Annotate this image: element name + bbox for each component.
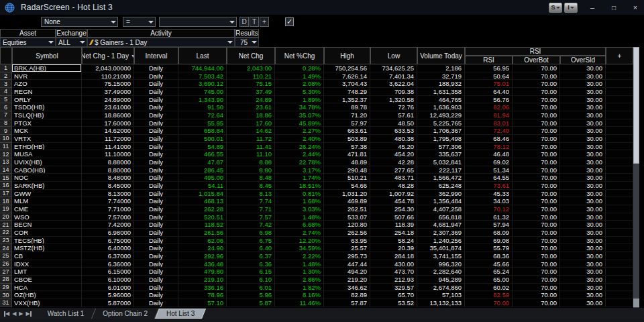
cell-rsi[interactable]: 56.95 <box>465 64 513 72</box>
cell-interval[interactable]: Daily <box>134 229 178 237</box>
cell-net-chg[interactable]: 6.15 <box>227 268 275 276</box>
cell-low[interactable]: 430.00 <box>370 260 417 268</box>
cell-symbol[interactable]: MSTZ(HB) <box>12 244 82 252</box>
cell-interval[interactable]: Daily <box>134 237 178 245</box>
cell-symbol[interactable]: TSLQ(HB) <box>12 111 82 119</box>
cell-volume[interactable]: 35,401,874 <box>417 244 465 252</box>
cell-oversld[interactable]: 30.00 <box>560 103 606 111</box>
cell-volume[interactable]: 335,637 <box>417 150 465 158</box>
cell-interval[interactable]: Daily <box>134 268 178 276</box>
cell-overbot[interactable]: 70.00 <box>513 96 560 104</box>
cell-interval[interactable]: Daily <box>134 182 178 190</box>
cell-net-chg[interactable]: 5.87 <box>227 299 275 307</box>
cell-symbol[interactable]: UVIX(HB) <box>12 158 82 166</box>
cell-net-pct-chg[interactable]: 5.30% <box>275 88 324 96</box>
dropdown-arrow-icon[interactable] <box>78 41 87 44</box>
cell-net-pct-chg[interactable]: 6.68% <box>275 221 324 229</box>
cell-net-chg-1day[interactable]: 6.75000 <box>82 237 134 245</box>
cell-plus[interactable] <box>606 135 633 143</box>
cell-symbol[interactable]: ETHD(HB) <box>12 143 82 151</box>
cell-rsi[interactable]: 70.12 <box>465 205 513 213</box>
cell-net-chg[interactable]: 6.01 <box>227 284 275 292</box>
dropdown-arrow-icon[interactable] <box>146 17 155 26</box>
cell-oversld[interactable]: 30.00 <box>560 276 606 284</box>
cell-interval[interactable]: Daily <box>134 244 178 252</box>
cell-volume[interactable]: 2,186 <box>417 64 465 72</box>
cell-net-chg[interactable]: 6.37 <box>227 252 275 260</box>
cell-symbol[interactable]: GWW <box>12 190 82 198</box>
cell-net-pct-chg[interactable]: 45.89% <box>275 119 324 127</box>
cell-net-chg-1day[interactable]: 6.40000 <box>82 244 134 252</box>
col-header-net-chg-1-day[interactable]: Net Chg - 1 Day▼ <box>82 47 134 64</box>
cell-last[interactable]: 745.00 <box>178 88 227 96</box>
cell-overbot[interactable]: 70.00 <box>513 237 560 245</box>
cell-overbot[interactable]: 70.00 <box>513 80 560 88</box>
cell-interval[interactable]: Daily <box>134 72 178 80</box>
cell-net-chg[interactable]: 75.15 <box>227 80 275 88</box>
cell-net-chg-1day[interactable]: 8.88000 <box>82 158 134 166</box>
cell-oversld[interactable]: 30.00 <box>560 64 606 72</box>
cell-interval[interactable]: Daily <box>134 174 178 182</box>
col-header-oversld[interactable]: OverSld <box>560 56 606 64</box>
cell-net-chg-1day[interactable]: 11.41000 <box>82 143 134 151</box>
cell-overbot[interactable]: 70.00 <box>513 166 560 174</box>
cell-symbol[interactable]: TSDD(HB) <box>12 103 82 111</box>
cell-plus[interactable] <box>606 88 633 96</box>
cell-rsi[interactable]: 69.02 <box>465 158 513 166</box>
cell-net-pct-chg[interactable]: 8.16% <box>275 291 324 299</box>
cell-overbot[interactable]: 70.00 <box>513 284 560 292</box>
minimize-button[interactable]: – <box>584 1 601 13</box>
cell-low[interactable]: 48.28 <box>370 182 417 190</box>
cell-low[interactable]: 48.50 <box>370 119 417 127</box>
table-row[interactable]: 24MSTZ(HB)6.40000Daily24.906.4034.59%25.… <box>0 244 633 252</box>
cell-volume[interactable]: 656,818 <box>417 213 465 221</box>
cell-net-chg-1day[interactable]: 7.42000 <box>82 221 134 229</box>
cell-oversld[interactable]: 30.00 <box>560 237 606 245</box>
cell-net-chg-1day[interactable]: 6.10000 <box>82 276 134 284</box>
row-number[interactable]: 22 <box>0 229 12 237</box>
cell-low[interactable]: 254.18 <box>370 229 417 237</box>
cell-oversld[interactable]: 30.00 <box>560 111 606 119</box>
cell-last[interactable]: 495.00 <box>178 174 227 182</box>
cell-overbot[interactable]: 70.00 <box>513 291 560 299</box>
tab-option-chain-2[interactable]: Option Chain 2 <box>93 309 157 319</box>
cell-net-chg[interactable]: 7.42 <box>227 221 275 229</box>
cell-oversld[interactable]: 30.00 <box>560 205 606 213</box>
cell-last[interactable]: 286.45 <box>178 166 227 174</box>
table-row[interactable]: 31VXX(HB)5.87000Daily57.105.8711.46%57.8… <box>0 299 633 307</box>
cell-volume[interactable]: 32,719 <box>417 72 465 80</box>
cell-volume[interactable]: 13,132,133 <box>417 299 465 307</box>
cell-net-chg[interactable]: 2,043.00 <box>227 64 275 72</box>
cell-plus[interactable] <box>606 221 633 229</box>
table-row[interactable]: 11ETHD(HB)11.41000Daily54.8911.4126.24%5… <box>0 143 633 151</box>
cell-plus[interactable] <box>606 96 633 104</box>
cell-high[interactable]: 3,704.43 <box>324 80 370 88</box>
row-number[interactable]: 18 <box>0 197 12 205</box>
cell-low[interactable]: 20.39 <box>370 244 417 252</box>
cell-net-chg[interactable]: 8.80 <box>227 166 275 174</box>
cell-high[interactable]: 63.95 <box>324 237 370 245</box>
cell-oversld[interactable]: 30.00 <box>560 190 606 198</box>
cell-high[interactable]: 290.48 <box>324 166 370 174</box>
cell-high[interactable]: 71.20 <box>324 111 370 119</box>
cell-symbol[interactable]: WSO <box>12 213 82 221</box>
cell-last[interactable]: 658.84 <box>178 127 227 135</box>
cell-rsi[interactable]: 82.06 <box>465 103 513 111</box>
cell-plus[interactable] <box>606 119 633 127</box>
cell-low[interactable]: 480.38 <box>370 135 417 143</box>
cell-low[interactable]: 284.18 <box>370 252 417 260</box>
row-number[interactable]: 2 <box>0 72 12 80</box>
cell-oversld[interactable]: 30.00 <box>560 143 606 151</box>
cell-oversld[interactable]: 30.00 <box>560 213 606 221</box>
cell-net-pct-chg[interactable]: 26.24% <box>275 143 324 151</box>
cell-net-chg-1day[interactable]: 11.72000 <box>82 135 134 143</box>
cell-high[interactable]: 57.38 <box>324 143 370 151</box>
cell-symbol[interactable]: LMT <box>12 268 82 276</box>
cell-plus[interactable] <box>606 64 633 72</box>
cell-net-pct-chg[interactable]: 34.59% <box>275 244 324 252</box>
row-number[interactable]: 30 <box>0 291 12 299</box>
cell-net-chg[interactable]: 6.10 <box>227 276 275 284</box>
cell-rsi[interactable]: 81.94 <box>465 111 513 119</box>
cell-symbol[interactable]: BECN <box>12 221 82 229</box>
cell-low[interactable]: 329.57 <box>370 284 417 292</box>
